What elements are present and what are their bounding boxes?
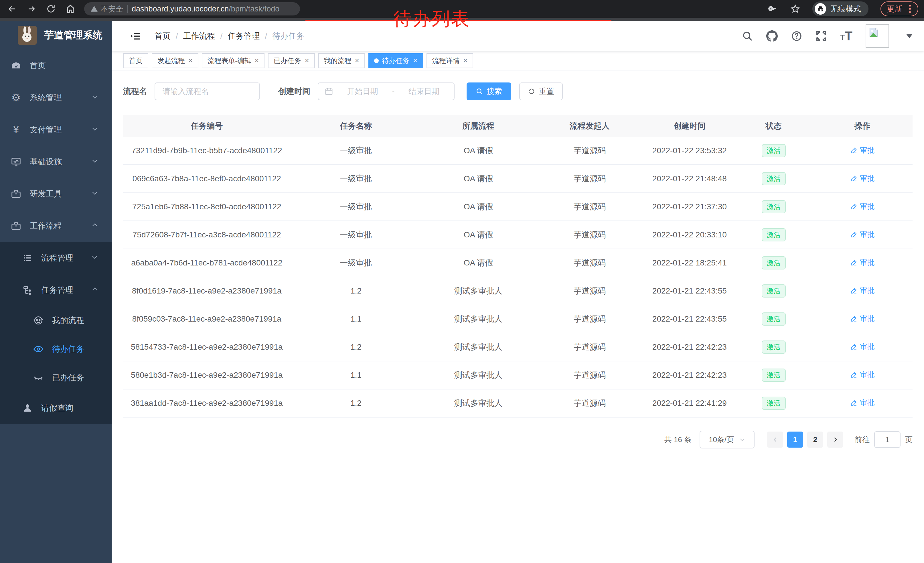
next-page-button[interactable] <box>827 432 843 447</box>
app-logo[interactable]: 芋道管理系统 <box>0 21 112 50</box>
annotation-title: 待办列表 <box>393 6 470 31</box>
reload-icon[interactable] <box>46 4 56 14</box>
chevron-up-icon <box>91 221 99 231</box>
avatar-dropdown-caret[interactable] <box>906 34 912 38</box>
goto-page-input[interactable] <box>874 431 900 448</box>
edit-icon <box>850 343 858 350</box>
help-icon[interactable] <box>791 30 802 42</box>
back-icon[interactable] <box>7 4 17 14</box>
browser-menu-icon[interactable] <box>908 5 912 13</box>
approve-button[interactable]: 审批 <box>850 342 875 352</box>
breadcrumb-separator: / <box>220 32 223 41</box>
breadcrumb-item[interactable]: 首页 <box>154 31 171 42</box>
yen-icon: ¥ <box>10 125 22 135</box>
table-header-row: 任务编号 任务名称 所属流程 流程发起人 创建时间 状态 操作 <box>123 115 912 137</box>
bookmark-star-icon[interactable] <box>790 4 800 14</box>
end-date-placeholder: 结束日期 <box>400 86 448 96</box>
eye-closed-icon <box>32 372 45 383</box>
reset-button[interactable]: 重置 <box>519 83 563 100</box>
sidebar-item-todo-tasks[interactable]: 待办任务 <box>0 335 112 363</box>
home-icon[interactable] <box>65 4 76 14</box>
active-dot-icon <box>374 59 379 63</box>
sidebar-item-my-process[interactable]: 我的流程 <box>0 306 112 335</box>
tab-form-edit[interactable]: 流程表单-编辑 × <box>202 53 264 68</box>
edit-icon <box>850 399 858 407</box>
monitor-icon <box>10 156 22 167</box>
sidebar-item-infrastructure[interactable]: 基础设施 <box>0 146 112 178</box>
tab-todo-tasks[interactable]: 待办任务 × <box>368 53 423 68</box>
dashboard-icon <box>10 60 22 71</box>
close-icon[interactable]: × <box>304 56 309 65</box>
sidebar-item-task-management[interactable]: 任务管理 <box>0 274 112 306</box>
breadcrumb-separator: / <box>265 32 267 41</box>
pagination: 共 16 条 10条/页 1 2 前往 <box>123 431 912 449</box>
approve-button[interactable]: 审批 <box>850 257 875 267</box>
date-range-picker[interactable]: 开始日期 - 结束日期 <box>318 83 454 100</box>
status-badge: 激活 <box>762 172 786 185</box>
approve-button[interactable]: 审批 <box>850 145 875 155</box>
close-icon[interactable]: × <box>463 56 468 65</box>
breadcrumb-item[interactable]: 工作流程 <box>183 31 215 42</box>
page-button-1[interactable]: 1 <box>787 432 803 447</box>
main-area: 首页 / 工作流程 / 任务管理 / 待办任务 <box>112 21 924 563</box>
edit-icon <box>850 259 858 266</box>
github-icon[interactable] <box>766 30 778 42</box>
sidebar-item-home[interactable]: 首页 <box>0 50 112 82</box>
status-badge: 激活 <box>762 228 786 242</box>
browser-nav <box>0 4 76 14</box>
forward-icon[interactable] <box>26 4 37 14</box>
approve-button[interactable]: 审批 <box>850 398 875 408</box>
address-bar[interactable]: 不安全 dashboard.yudao.iocoder.cn/bpm/task/… <box>84 2 300 15</box>
user-icon <box>21 402 34 413</box>
approve-button[interactable]: 审批 <box>850 201 875 211</box>
tab-done-tasks[interactable]: 已办任务 × <box>268 53 315 68</box>
page-button-2[interactable]: 2 <box>807 432 823 447</box>
browser-update-button[interactable]: 更新 <box>880 2 918 17</box>
approve-button[interactable]: 审批 <box>850 370 875 380</box>
tab-my-process[interactable]: 我的流程 × <box>318 53 365 68</box>
update-label: 更新 <box>887 4 902 14</box>
calendar-icon <box>325 87 333 96</box>
sidebar-item-workflow[interactable]: 工作流程 <box>0 210 112 242</box>
fullscreen-icon[interactable] <box>816 30 827 42</box>
status-badge: 激活 <box>762 284 786 297</box>
security-label: 不安全 <box>101 4 123 14</box>
sidebar: 芋道管理系统 首页 ⚙ 系统管理 ¥ 支付管理 <box>0 21 112 563</box>
breadcrumb-item[interactable]: 任务管理 <box>228 31 260 42</box>
tab-process-detail[interactable]: 流程详情 × <box>426 53 473 68</box>
close-icon[interactable]: × <box>255 56 259 65</box>
sidebar-item-payment[interactable]: ¥ 支付管理 <box>0 114 112 146</box>
table-row: 8f059c03-7ac8-11ec-a9e2-a2380e71991a 1.1… <box>123 305 912 333</box>
search-button[interactable]: 搜索 <box>466 83 511 100</box>
edit-icon <box>850 371 858 378</box>
approve-button[interactable]: 审批 <box>850 314 875 324</box>
status-badge: 激活 <box>762 144 786 157</box>
sidebar-menu: 首页 ⚙ 系统管理 ¥ 支付管理 基础设施 <box>0 50 112 424</box>
font-size-icon[interactable]: TT <box>840 30 852 42</box>
password-key-icon[interactable] <box>768 4 778 14</box>
tree-icon <box>21 285 34 296</box>
search-icon <box>476 88 483 95</box>
sidebar-item-system[interactable]: ⚙ 系统管理 <box>0 82 112 114</box>
approve-button[interactable]: 审批 <box>850 285 875 296</box>
close-icon[interactable]: × <box>188 56 193 65</box>
prev-page-button[interactable] <box>767 432 783 447</box>
search-icon[interactable] <box>742 30 753 42</box>
close-icon[interactable]: × <box>355 56 359 65</box>
sidebar-item-dev-tools[interactable]: 研发工具 <box>0 178 112 210</box>
page-size-select[interactable]: 10条/页 <box>700 431 754 449</box>
navbar-actions: TT <box>742 24 912 48</box>
tab-home[interactable]: 首页 <box>123 53 148 68</box>
tab-start-process[interactable]: 发起流程 × <box>152 53 198 68</box>
avatar[interactable] <box>866 24 889 48</box>
close-icon[interactable]: × <box>413 56 417 65</box>
sidebar-item-leave-query[interactable]: 请假查询 <box>0 392 112 424</box>
sidebar-collapse-icon[interactable] <box>129 29 142 43</box>
approve-button[interactable]: 审批 <box>850 230 875 239</box>
process-name-input[interactable] <box>154 83 260 100</box>
site-security[interactable]: 不安全 <box>90 4 123 14</box>
edit-icon <box>850 175 858 182</box>
sidebar-item-done-tasks[interactable]: 已办任务 <box>0 363 112 392</box>
approve-button[interactable]: 审批 <box>850 173 875 183</box>
sidebar-item-process-management[interactable]: 流程管理 <box>0 242 112 274</box>
